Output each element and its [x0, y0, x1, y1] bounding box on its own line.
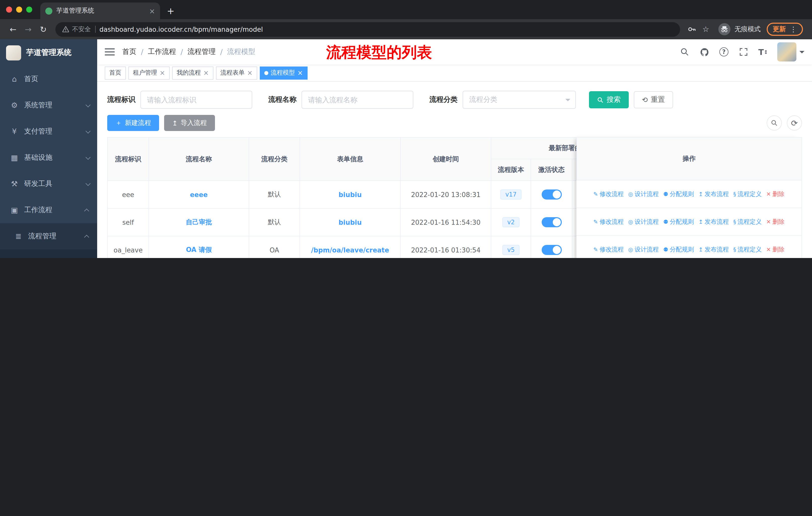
- form-info-link[interactable]: biubiu: [339, 218, 362, 226]
- window-minimize-button[interactable]: [16, 6, 22, 12]
- sidebar-item-payment[interactable]: 支付管理: [0, 118, 97, 145]
- refresh-table-button[interactable]: ⟳: [787, 115, 802, 131]
- fullscreen-icon[interactable]: [738, 46, 749, 57]
- sidebar-item-devtools[interactable]: 研发工具: [0, 171, 97, 197]
- col-header-actions: 操作: [576, 137, 802, 181]
- help-icon[interactable]: ?: [718, 46, 729, 57]
- search-icon[interactable]: [679, 46, 690, 57]
- import-process-button[interactable]: ↥ 导入流程: [164, 115, 215, 131]
- browser-tab[interactable]: 芋道管理系统 ×: [40, 2, 160, 19]
- tools-icon: [10, 180, 19, 188]
- process-name-link[interactable]: OA 请假: [186, 246, 212, 253]
- tag-process-form[interactable]: 流程表单 ×: [216, 66, 257, 79]
- assign-rule-link[interactable]: 分配规则: [663, 190, 694, 198]
- delete-link[interactable]: 删除: [766, 217, 784, 226]
- active-dot: [264, 71, 268, 75]
- category-select[interactable]: 流程分类: [463, 91, 576, 109]
- edit-process-link[interactable]: 修改流程: [593, 217, 624, 226]
- reload-button[interactable]: ↻: [36, 22, 50, 36]
- process-name-link[interactable]: eeee: [190, 191, 208, 198]
- active-toggle[interactable]: [542, 245, 561, 255]
- publish-process-link[interactable]: 发布流程: [698, 217, 729, 226]
- hamburger-icon[interactable]: [105, 48, 115, 55]
- reset-button[interactable]: ⟲ 重置: [634, 91, 673, 108]
- design-process-link[interactable]: 设计流程: [628, 245, 659, 254]
- assign-rule-link[interactable]: 分配规则: [663, 245, 694, 254]
- chevron-down-icon: [565, 99, 570, 104]
- sidebar-item-infra[interactable]: 基础设施: [0, 145, 97, 171]
- process-definition-link[interactable]: 流程定义: [733, 245, 762, 254]
- back-button[interactable]: ←: [6, 22, 20, 36]
- github-icon[interactable]: [699, 46, 710, 57]
- publish-process-link[interactable]: 发布流程: [698, 245, 729, 254]
- design-process-link[interactable]: 设计流程: [628, 217, 659, 226]
- col-header-form: 表单信息: [300, 137, 401, 181]
- toggle-search-button[interactable]: [767, 115, 782, 131]
- address-bar[interactable]: 不安全 dashboard.yudao.iocoder.cn/bpm/manag…: [55, 22, 680, 36]
- browser-update-button[interactable]: 更新 ⋮: [767, 23, 803, 36]
- assign-rule-link[interactable]: 分配规则: [663, 217, 694, 226]
- process-name-link[interactable]: 自己审批: [186, 218, 212, 226]
- search-button[interactable]: 搜索: [589, 91, 629, 108]
- form-info-link[interactable]: /bpm/oa/leave/create: [311, 246, 389, 254]
- publish-process-link[interactable]: 发布流程: [698, 190, 729, 198]
- new-tab-button[interactable]: +: [163, 3, 178, 18]
- warning-icon: [62, 26, 69, 32]
- process-definition-link[interactable]: 流程定义: [733, 190, 762, 198]
- gear-icon: [10, 101, 19, 110]
- edit-process-link[interactable]: 修改流程: [593, 245, 624, 254]
- incognito-icon: [718, 23, 730, 35]
- tab-close-icon[interactable]: ×: [149, 7, 155, 15]
- monitor-icon: [10, 153, 19, 162]
- favicon: [45, 7, 52, 15]
- sidebar-item-home[interactable]: 首页: [0, 66, 97, 92]
- create-process-button[interactable]: ＋ 新建流程: [107, 115, 159, 131]
- filter-id-label: 流程标识: [107, 95, 136, 104]
- tag-tenant[interactable]: 租户管理 ×: [128, 66, 170, 79]
- browser-menu-icon[interactable]: ⋮: [790, 25, 797, 33]
- process-id-input[interactable]: [141, 91, 252, 109]
- sidebar-logo[interactable]: 芋道管理系统: [0, 39, 97, 66]
- chevron-down-icon: [86, 181, 91, 186]
- sidebar-item-workflow[interactable]: 工作流程: [0, 197, 97, 223]
- design-process-link[interactable]: 设计流程: [628, 190, 659, 198]
- window-zoom-button[interactable]: [26, 6, 32, 12]
- tag-close-icon[interactable]: ×: [247, 70, 253, 76]
- tag-close-icon[interactable]: ×: [297, 70, 303, 76]
- actions-fixed-column: 操作 修改流程 设计流程 分配规则 发布流程 流程定义 删除 修改流程 设计流程: [576, 137, 802, 258]
- forward-button[interactable]: →: [21, 22, 35, 36]
- version-badge: v5: [502, 245, 520, 255]
- delete-link[interactable]: 删除: [766, 245, 784, 254]
- security-warning[interactable]: 不安全: [62, 25, 91, 33]
- sidebar-item-system[interactable]: 系统管理: [0, 92, 97, 118]
- tag-close-icon[interactable]: ×: [203, 70, 209, 76]
- browser-tab-strip: 芋道管理系统 × +: [0, 0, 812, 19]
- sidebar: 芋道管理系统 首页 系统管理 支付管理 基础设施: [0, 39, 97, 258]
- active-toggle[interactable]: [542, 217, 561, 227]
- process-name-input[interactable]: [301, 91, 413, 109]
- col-header-category: 流程分类: [249, 137, 300, 181]
- password-key-icon[interactable]: [685, 23, 698, 36]
- tags-view: 首页 租户管理 × 我的流程 × 流程表单 × 流程模型 ×: [97, 64, 812, 82]
- url-text: dashboard.yudao.iocoder.cn/bpm/manager/m…: [99, 25, 263, 33]
- security-label: 不安全: [72, 25, 91, 33]
- sidebar-item-process-mgmt[interactable]: 流程管理: [0, 223, 97, 249]
- tag-process-model[interactable]: 流程模型 ×: [260, 66, 307, 79]
- breadcrumb-process-mgmt[interactable]: 流程管理: [187, 47, 216, 56]
- tag-my-process[interactable]: 我的流程 ×: [172, 66, 213, 79]
- tag-close-icon[interactable]: ×: [160, 70, 165, 76]
- breadcrumb-workflow[interactable]: 工作流程: [148, 47, 176, 56]
- tag-home[interactable]: 首页: [105, 66, 126, 79]
- window-close-button[interactable]: [6, 6, 12, 12]
- font-size-icon[interactable]: T↕: [758, 46, 769, 57]
- process-definition-link[interactable]: 流程定义: [733, 217, 762, 226]
- upload-icon: ↥: [172, 119, 178, 127]
- sidebar-item-process-form[interactable]: 流程表单: [0, 249, 97, 258]
- delete-link[interactable]: 删除: [766, 190, 784, 198]
- user-menu[interactable]: [777, 42, 805, 61]
- breadcrumb-home[interactable]: 首页: [122, 47, 137, 56]
- form-info-link[interactable]: biubiu: [339, 191, 362, 198]
- edit-process-link[interactable]: 修改流程: [593, 190, 624, 198]
- active-toggle[interactable]: [542, 189, 561, 199]
- bookmark-star-icon[interactable]: ☆: [699, 23, 712, 36]
